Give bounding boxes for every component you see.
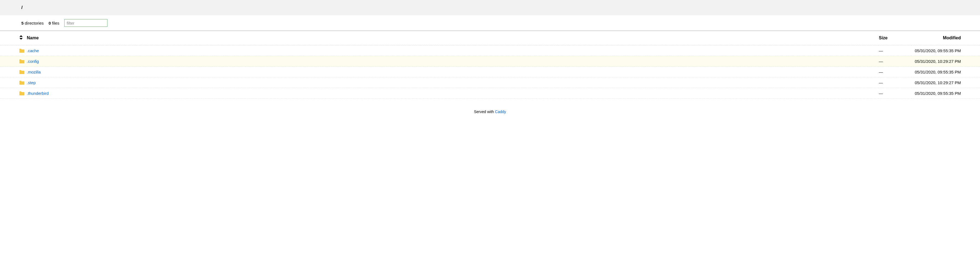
row-name: .step [27,77,879,88]
row-modified: 05/31/2020, 09:55:35 PM [912,45,980,56]
breadcrumb: / [0,0,980,15]
folder-link[interactable]: .config [27,59,39,64]
table-row: .config—05/31/2020, 10:29:27 PM [0,56,980,66]
files-count: 0 files [49,21,59,25]
folder-link[interactable]: .thunderbird [27,91,49,96]
table-row: .thunderbird—05/31/2020, 09:55:35 PM [0,88,980,99]
sort-icon [19,35,23,40]
column-sort[interactable] [0,31,27,45]
row-size: — [879,66,912,77]
table-row: .step—05/31/2020, 10:29:27 PM [0,77,980,88]
file-table: Name Size Modified .cache—05/31/2020, 09… [0,31,980,99]
svg-marker-0 [19,35,23,37]
column-size[interactable]: Size [879,31,912,45]
row-modified: 05/31/2020, 09:55:35 PM [912,88,980,99]
footer-link[interactable]: Caddy [495,109,506,114]
row-modified: 05/31/2020, 09:55:35 PM [912,66,980,77]
breadcrumb-path: / [21,5,23,10]
folder-link[interactable]: .cache [27,48,39,53]
table-row: .mozilla—05/31/2020, 09:55:35 PM [0,66,980,77]
folder-link[interactable]: .step [27,80,36,85]
meta-bar: 5 directories 0 files [0,15,980,31]
column-modified[interactable]: Modified [912,31,980,45]
folder-icon [0,45,27,56]
folder-icon [0,77,27,88]
row-modified: 05/31/2020, 10:29:27 PM [912,56,980,66]
folder-link[interactable]: .mozilla [27,70,41,74]
svg-marker-1 [19,38,23,40]
row-size: — [879,77,912,88]
row-modified: 05/31/2020, 10:29:27 PM [912,77,980,88]
row-name: .config [27,56,879,66]
row-name: .cache [27,45,879,56]
footer: Served with Caddy [0,99,980,119]
row-size: — [879,45,912,56]
row-name: .thunderbird [27,88,879,99]
directories-count: 5 directories [21,21,44,25]
row-size: — [879,56,912,66]
folder-icon [0,56,27,66]
row-name: .mozilla [27,66,879,77]
filter-input[interactable] [64,19,107,27]
row-size: — [879,88,912,99]
footer-text: Served with [474,109,495,114]
column-name[interactable]: Name [27,31,879,45]
folder-icon [0,66,27,77]
folder-icon [0,88,27,99]
table-row: .cache—05/31/2020, 09:55:35 PM [0,45,980,56]
